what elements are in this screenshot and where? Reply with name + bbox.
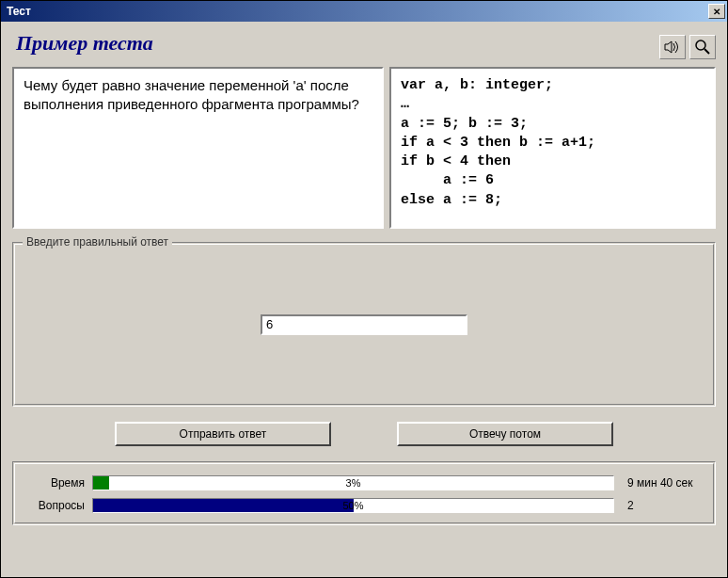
question-text: Чему будет равно значение переменной 'a'… [24, 77, 359, 112]
code-panel: var a, b: integer; … a := 5; b := 3; if … [389, 67, 716, 229]
speaker-icon [664, 40, 681, 55]
answer-group: Введите правильный ответ [12, 242, 716, 407]
question-panel: Чему будет равно значение переменной 'a'… [12, 67, 384, 229]
progress-group: Время 3% 9 мин 40 сек Вопросы 50% 2 [12, 461, 716, 525]
submit-button[interactable]: Отправить ответ [115, 422, 331, 446]
time-progress-row: Время 3% 9 мин 40 сек [26, 475, 702, 490]
close-button[interactable]: ✕ [708, 4, 725, 19]
questions-progress-row: Вопросы 50% 2 [26, 498, 702, 513]
answer-input[interactable] [261, 314, 467, 335]
svg-point-0 [696, 40, 705, 50]
later-button[interactable]: Отвечу потом [397, 422, 613, 446]
questions-info: 2 [622, 499, 702, 512]
window-title: Тест [7, 5, 31, 18]
titlebar: Тест ✕ [1, 1, 727, 22]
time-progress-bar: 3% [92, 475, 614, 490]
sound-button[interactable] [659, 35, 686, 59]
time-progress-text: 3% [93, 476, 613, 490]
svg-line-1 [704, 49, 709, 54]
code-text: var a, b: integer; … a := 5; b := 3; if … [401, 77, 595, 208]
time-info: 9 мин 40 сек [622, 476, 702, 490]
zoom-button[interactable] [689, 35, 716, 59]
close-icon: ✕ [713, 7, 720, 17]
questions-progress-bar: 50% [92, 498, 614, 513]
magnifier-icon [694, 39, 711, 56]
page-title: Пример теста [12, 31, 153, 56]
questions-progress-text: 50% [93, 499, 613, 512]
time-label: Время [26, 476, 85, 490]
answer-legend: Введите правильный ответ [23, 235, 172, 249]
questions-label: Вопросы [26, 499, 85, 512]
